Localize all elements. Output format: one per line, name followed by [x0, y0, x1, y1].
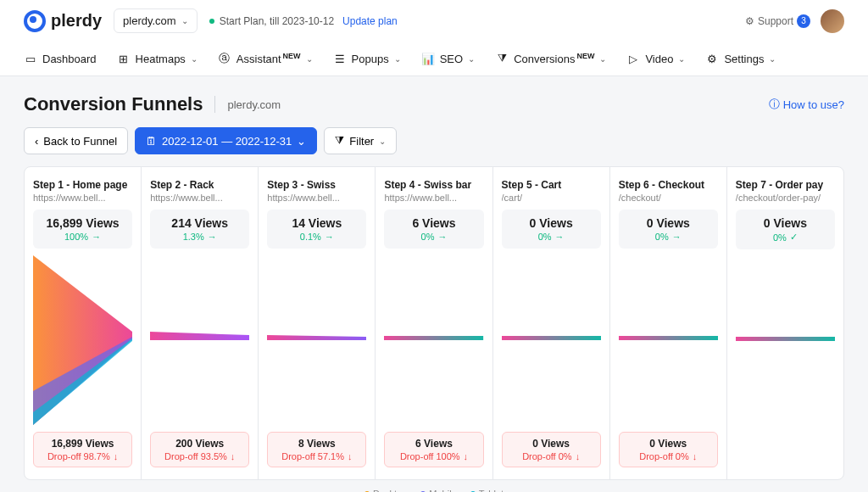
chevron-down-icon: ⌄: [297, 135, 306, 148]
arrow-right-icon: ✓: [790, 232, 798, 243]
drop-off-box: 16,899 ViewsDrop-off 98.7% ↓: [33, 432, 132, 467]
funnel-step: Step 4 - Swiss barhttps://www.bell...6 V…: [376, 167, 492, 479]
funnel-step: Step 1 - Home pagehttps://www.bell...16,…: [25, 167, 142, 479]
drop-views: 6 Views: [390, 438, 477, 450]
views-pct: 0% →: [624, 232, 713, 242]
nav-seo[interactable]: 📊SEO ⌄: [421, 42, 475, 75]
views-pct: 100% →: [38, 232, 127, 242]
update-plan-link[interactable]: Update plan: [342, 15, 398, 27]
views-value: 14 Views: [272, 216, 361, 230]
views-box: 14 Views0.1% →: [267, 210, 366, 249]
views-value: 0 Views: [624, 216, 713, 230]
arrow-down-icon: ↓: [348, 451, 353, 461]
chevron-left-icon: ‹: [35, 135, 38, 148]
arrow-down-icon: ↓: [114, 451, 119, 461]
chevron-down-icon: ⌄: [181, 16, 188, 25]
support-badge: 3: [797, 14, 810, 28]
page-site: plerdy.com: [227, 98, 281, 111]
status-dot-icon: [209, 19, 214, 24]
funnel-step: Step 2 - Rackhttps://www.bell...214 View…: [142, 167, 259, 479]
arrow-right-icon: →: [208, 232, 217, 242]
step-url: https://www.bell...: [267, 193, 366, 203]
drop-off-box: 0 ViewsDrop-off 0% ↓: [502, 432, 601, 467]
drop-pct: Drop-off 0% ↓: [625, 451, 712, 461]
funnel-chart: [384, 255, 483, 425]
avatar[interactable]: [821, 9, 844, 33]
filter-button[interactable]: ⧩ Filter ⌄: [324, 127, 397, 154]
nav-icon: ⊞: [117, 52, 131, 65]
chevron-down-icon: ⌄: [394, 54, 401, 64]
funnel-step: Step 7 - Order pay/checkout/order-pay/0 …: [727, 167, 843, 479]
arrow-down-icon: ↓: [576, 451, 581, 461]
funnel-chart: [267, 255, 366, 425]
funnel-step: Step 6 - Checkout/checkout/0 Views0% →0 …: [610, 167, 727, 479]
nav-icon: ▷: [626, 52, 640, 65]
views-box: 0 Views0% ✓: [736, 210, 835, 249]
back-button[interactable]: ‹ Back to Funnel: [24, 127, 128, 154]
nav-video[interactable]: ▷Video ⌄: [626, 42, 685, 75]
drop-off-box: 200 ViewsDrop-off 93.5% ↓: [150, 432, 249, 467]
step-title: Step 1 - Home page: [33, 179, 132, 191]
arrow-right-icon: →: [437, 232, 447, 242]
views-value: 0 Views: [507, 216, 596, 230]
step-title: Step 2 - Rack: [150, 179, 249, 191]
gear-icon: ⚙: [745, 15, 754, 27]
views-value: 0 Views: [741, 216, 830, 230]
views-box: 16,899 Views100% →: [33, 210, 132, 249]
views-value: 6 Views: [389, 216, 478, 230]
brand-name: plerdy: [51, 11, 102, 31]
date-range-button[interactable]: 🗓 2022-12-01 — 2022-12-31 ⌄: [135, 127, 317, 154]
views-box: 214 Views1.3% →: [150, 210, 249, 249]
funnel-chart: [619, 255, 718, 425]
chevron-down-icon: ⌄: [599, 54, 606, 64]
funnel-chart: [736, 256, 835, 426]
views-pct: 1.3% →: [155, 232, 244, 242]
step-url: /checkout/: [619, 193, 718, 203]
nav-settings[interactable]: ⚙Settings ⌄: [705, 42, 776, 75]
views-pct: 0% ✓: [741, 232, 830, 243]
nav-icon: ⓐ: [218, 52, 231, 65]
drop-pct: Drop-off 100% ↓: [390, 451, 477, 461]
chevron-down-icon: ⌄: [191, 54, 198, 64]
site-selector[interactable]: plerdy.com ⌄: [114, 8, 198, 33]
step-title: Step 4 - Swiss bar: [384, 179, 483, 191]
step-url: https://www.bell...: [33, 193, 132, 203]
drop-off-box: 0 ViewsDrop-off 0% ↓: [619, 432, 718, 467]
support-link[interactable]: ⚙ Support 3: [745, 14, 810, 28]
drop-pct: Drop-off 93.5% ↓: [156, 451, 243, 461]
views-pct: 0.1% →: [272, 232, 361, 242]
divider: [214, 96, 215, 113]
nav-dashboard[interactable]: ▭Dashboard: [24, 42, 97, 75]
funnel-chart: [33, 255, 132, 425]
views-box: 0 Views0% →: [619, 210, 718, 249]
views-pct: 0% →: [507, 232, 596, 242]
views-pct: 0% →: [389, 232, 478, 242]
chevron-down-icon: ⌄: [769, 54, 776, 64]
arrow-down-icon: ↓: [693, 451, 698, 461]
views-value: 16,899 Views: [38, 216, 127, 230]
nav-popups[interactable]: ☰Popups ⌄: [333, 42, 401, 75]
filter-icon: ⧩: [335, 134, 344, 148]
nav-assistant[interactable]: ⓐAssistantNEW ⌄: [218, 42, 313, 75]
views-box: 6 Views0% →: [384, 210, 483, 249]
arrow-down-icon: ↓: [231, 451, 236, 461]
arrow-right-icon: →: [555, 232, 565, 242]
nav-heatmaps[interactable]: ⊞Heatmaps ⌄: [117, 42, 198, 75]
drop-views: 0 Views: [625, 438, 712, 450]
step-url: /cart/: [502, 193, 601, 203]
logo[interactable]: plerdy: [24, 10, 102, 32]
chevron-down-icon: ⌄: [468, 54, 475, 64]
step-title: Step 3 - Swiss: [267, 179, 366, 191]
nav-icon: 📊: [421, 52, 435, 65]
nav-conversions[interactable]: ⧩ConversionsNEW ⌄: [495, 42, 606, 75]
funnel-chart: [150, 255, 249, 425]
legend: Desktop Mobile Tablet: [0, 480, 868, 492]
drop-views: 0 Views: [508, 438, 595, 450]
drop-off-box: 8 ViewsDrop-off 57.1% ↓: [267, 432, 366, 467]
drop-pct: Drop-off 98.7% ↓: [39, 451, 126, 461]
arrow-right-icon: →: [672, 232, 682, 242]
how-to-use-link[interactable]: ⓘ How to use?: [769, 97, 844, 112]
nav-icon: ☰: [333, 52, 347, 65]
step-url: https://www.bell...: [384, 193, 483, 203]
page-title: Conversion Funnels: [24, 93, 203, 115]
